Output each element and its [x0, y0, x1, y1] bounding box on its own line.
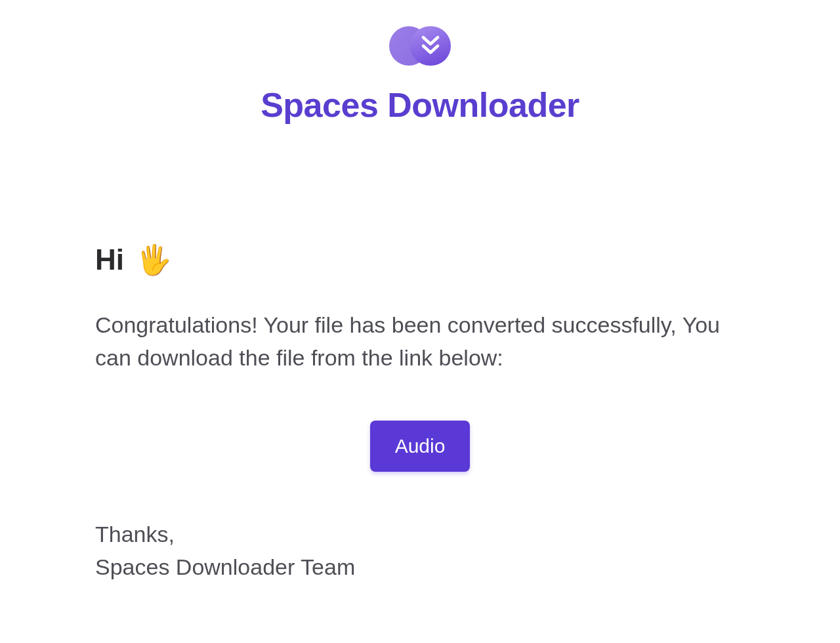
app-title: Spaces Downloader [0, 85, 840, 125]
greeting: Hi 🖐 [95, 243, 745, 277]
download-chevrons-icon [421, 35, 440, 57]
success-message: Congratulations! Your file has been conv… [95, 308, 745, 375]
download-audio-button[interactable]: Audio [370, 421, 471, 472]
signoff-team: Spaces Downloader Team [95, 554, 355, 579]
content-block: Hi 🖐 Congratulations! Your file has been… [0, 125, 840, 583]
signoff: Thanks, Spaces Downloader Team [95, 518, 745, 584]
greeting-text: Hi [95, 243, 124, 276]
signoff-thanks: Thanks, [95, 522, 175, 547]
cta-row: Audio [95, 421, 745, 472]
wave-emoji-icon: 🖐 [136, 243, 172, 276]
logo-wrap [0, 26, 840, 66]
app-logo [389, 26, 451, 66]
page-container: Spaces Downloader Hi 🖐 Congratulations! … [0, 0, 840, 643]
logo-pill-front [410, 26, 451, 66]
